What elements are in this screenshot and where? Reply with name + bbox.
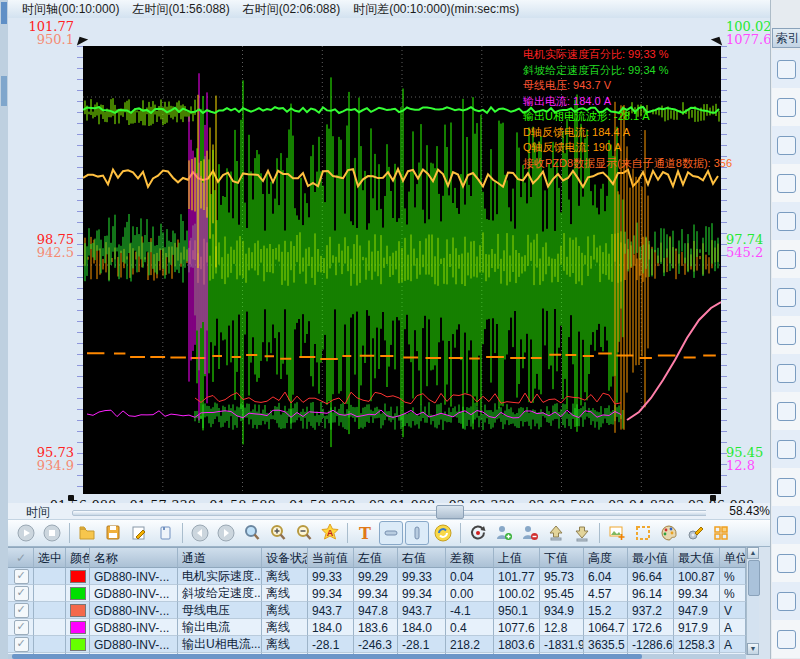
color-swatch <box>70 604 86 617</box>
cell: 917.9 <box>674 619 720 636</box>
zoom-out-button[interactable] <box>292 521 316 545</box>
table-vertical-scrollbar[interactable]: ▲ ▼ <box>746 547 759 655</box>
column-header-2[interactable]: 颜色 <box>66 548 90 568</box>
column-header-10[interactable]: 上值 <box>494 548 540 568</box>
row-checkbox[interactable]: ✓ <box>14 586 29 601</box>
time-scrollbar-track[interactable] <box>72 510 768 516</box>
index-checkbox[interactable] <box>777 554 796 573</box>
column-header-11[interactable]: 下值 <box>540 548 584 568</box>
column-header-15[interactable]: 单位 <box>720 548 746 568</box>
index-checkbox[interactable] <box>777 364 796 383</box>
index-checkbox[interactable] <box>777 592 796 611</box>
row-checkbox[interactable]: ✓ <box>14 620 29 635</box>
horizontal-cursor-button[interactable] <box>379 521 403 545</box>
waveform-plot[interactable]: 电机实际速度百分比: 99.33 %斜坡给定速度百分比: 99.34 %母线电压… <box>83 46 721 494</box>
back-button[interactable] <box>188 521 212 545</box>
cell: 218.2 <box>446 636 494 653</box>
table-row[interactable]: ✓GD880-INV-...输出电流离线184.0183.6184.00.410… <box>8 619 746 636</box>
plot-legend: 电机实际速度百分比: 99.33 %斜坡给定速度百分比: 99.34 %母线电压… <box>523 47 732 171</box>
column-header-4[interactable]: 通道 <box>178 548 262 568</box>
time-scrollbar-thumb[interactable] <box>436 505 464 519</box>
table-vscroll-thumb[interactable] <box>748 560 760 596</box>
table-horizontal-scrollbar[interactable] <box>8 654 746 659</box>
index-checkbox[interactable] <box>777 98 796 117</box>
index-checkbox[interactable] <box>777 136 796 155</box>
row-checkbox[interactable]: ✓ <box>14 569 29 584</box>
table-row[interactable]: ✓GD880-INV-...母线电压离线943.7947.8943.7-4.19… <box>8 602 746 619</box>
cell: 1258.3 <box>674 636 720 653</box>
open-file-button[interactable] <box>75 521 99 545</box>
reset-button[interactable] <box>466 521 490 545</box>
index-checkbox[interactable] <box>777 174 796 193</box>
column-header-3[interactable]: 名称 <box>90 548 178 568</box>
tools-button[interactable] <box>683 521 707 545</box>
column-header-5[interactable]: 设备状态 <box>262 548 308 568</box>
index-checkbox[interactable] <box>777 60 796 79</box>
vertical-cursor-button[interactable] <box>405 521 429 545</box>
index-checkbox[interactable] <box>777 440 796 459</box>
table-row[interactable]: ✓GD880-INV-...斜坡给定速度...离线99.3499.3499.34… <box>8 585 746 602</box>
index-checkbox[interactable] <box>777 402 796 421</box>
cell: 96.14 <box>628 585 674 602</box>
cell: A <box>720 636 746 653</box>
save-button[interactable] <box>101 521 125 545</box>
index-checkbox[interactable] <box>777 630 796 649</box>
index-checkbox[interactable] <box>777 212 796 231</box>
column-header-9[interactable]: 差额 <box>446 548 494 568</box>
cell: 输出电流 <box>178 619 262 636</box>
palette-button[interactable] <box>657 521 681 545</box>
row-checkbox[interactable]: ✓ <box>14 637 29 652</box>
svg-text:A: A <box>327 528 334 538</box>
cell: 95.73 <box>540 568 584 585</box>
column-header-7[interactable]: 左值 <box>354 548 398 568</box>
refresh-button[interactable] <box>431 521 455 545</box>
index-checkbox[interactable] <box>777 516 796 535</box>
index-checkbox[interactable] <box>777 478 796 497</box>
left-cursor-marker[interactable] <box>68 495 74 501</box>
left-dock-tab-1[interactable] <box>1 2 7 24</box>
autoscale-button[interactable]: A <box>318 521 342 545</box>
remove-user-button[interactable] <box>518 521 542 545</box>
legend-item: 输出电流: 184.0 A <box>523 94 732 110</box>
cell: A <box>720 619 746 636</box>
export-up-button[interactable] <box>544 521 568 545</box>
index-row <box>772 164 800 202</box>
column-header-8[interactable]: 右值 <box>398 548 446 568</box>
index-checkbox[interactable] <box>777 326 796 345</box>
index-checkbox[interactable] <box>777 250 796 269</box>
time-info-bar: 时间轴(00:10:000)左时间(01:56:088)右时间(02:06:08… <box>8 0 770 18</box>
text-tool-button[interactable]: T <box>353 521 377 545</box>
column-header-12[interactable]: 高度 <box>584 548 628 568</box>
forward-button[interactable] <box>214 521 238 545</box>
scroll-up-button[interactable]: ▲ <box>747 547 759 559</box>
zoom-in-button[interactable] <box>266 521 290 545</box>
column-header-14[interactable]: 最大值 <box>674 548 720 568</box>
edit-note-button[interactable] <box>127 521 151 545</box>
left-dock-tab-2[interactable] <box>1 76 7 106</box>
stop-button[interactable] <box>40 521 64 545</box>
search-zoom-button[interactable] <box>240 521 264 545</box>
index-panel-header[interactable]: 索引 <box>772 28 800 48</box>
column-header-6[interactable]: 当前值 <box>308 548 354 568</box>
table-row[interactable]: ✓GD880-INV-...电机实际速度...离线99.3399.2999.33… <box>8 568 746 585</box>
import-down-button[interactable] <box>570 521 594 545</box>
index-row <box>772 88 800 126</box>
color-swatch <box>70 638 86 651</box>
column-header-1[interactable]: 选中 <box>34 548 66 568</box>
table-hscroll-thumb[interactable] <box>12 654 642 659</box>
right-cursor-marker[interactable] <box>710 495 716 501</box>
layout-grid-button[interactable] <box>709 521 733 545</box>
add-user-button[interactable] <box>492 521 516 545</box>
index-checkbox[interactable] <box>777 288 796 307</box>
row-checkbox[interactable]: ✓ <box>14 603 29 618</box>
add-image-button[interactable] <box>605 521 629 545</box>
selection-frame-button[interactable] <box>631 521 655 545</box>
table-row[interactable]: ✓GD880-INV-...输出U相电流...离线-28.1-246.3-28.… <box>8 636 746 653</box>
play-button[interactable] <box>14 521 38 545</box>
memory-card-button[interactable] <box>153 521 177 545</box>
cell: 3635.5 <box>584 636 628 653</box>
column-header-13[interactable]: 最小值 <box>628 548 674 568</box>
scroll-down-button[interactable]: ▼ <box>747 643 759 655</box>
cell: 96.64 <box>628 568 674 585</box>
column-header-0[interactable]: ✓ <box>8 548 34 568</box>
